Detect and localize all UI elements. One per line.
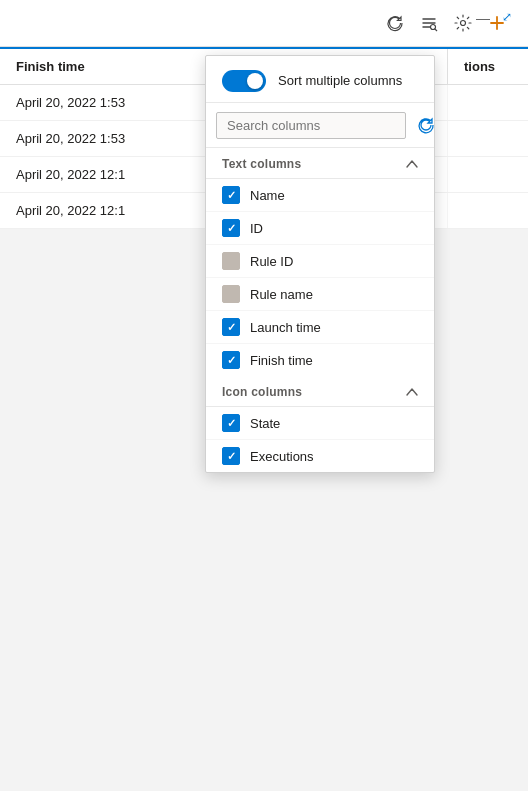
column-item-launch-time[interactable]: ✓ Launch time	[206, 311, 434, 344]
column-item-rule-name[interactable]: Rule name	[206, 278, 434, 311]
svg-line-1	[435, 29, 437, 31]
actions-cell	[448, 193, 528, 228]
search-row	[206, 103, 434, 148]
text-columns-label: Text columns	[222, 157, 301, 171]
actions-header: tions	[448, 49, 528, 84]
column-label-id: ID	[250, 221, 263, 236]
icon-columns-section-header: Icon columns	[206, 376, 434, 407]
column-item-rule-id[interactable]: Rule ID	[206, 245, 434, 278]
toggle-knob	[247, 73, 263, 89]
column-item-finish-time[interactable]: ✓ Finish time	[206, 344, 434, 376]
checkbox-finish-time[interactable]: ✓	[222, 351, 240, 369]
checkbox-executions[interactable]: ✓	[222, 447, 240, 465]
actions-cell	[448, 157, 528, 192]
toolbar	[0, 0, 528, 47]
tools-button[interactable]	[414, 8, 444, 38]
refresh-button[interactable]	[380, 8, 410, 38]
column-label-rule-id: Rule ID	[250, 254, 293, 269]
search-columns-input[interactable]	[216, 112, 406, 139]
window-controls: — ⤢	[472, 8, 516, 28]
text-columns-section-header: Text columns	[206, 148, 434, 179]
column-label-state: State	[250, 416, 280, 431]
text-columns-collapse[interactable]	[404, 156, 420, 172]
sort-multiple-toggle[interactable]	[222, 70, 266, 92]
column-item-name[interactable]: ✓ Name	[206, 179, 434, 212]
column-label-name: Name	[250, 188, 285, 203]
icon-columns-label: Icon columns	[222, 385, 302, 399]
column-label-launch-time: Launch time	[250, 320, 321, 335]
column-item-executions[interactable]: ✓ Executions	[206, 440, 434, 472]
checkbox-state[interactable]: ✓	[222, 414, 240, 432]
column-label-executions: Executions	[250, 449, 314, 464]
icon-columns-list: ✓ State ✓ Executions	[206, 407, 434, 472]
svg-point-2	[461, 21, 466, 26]
checkbox-launch-time[interactable]: ✓	[222, 318, 240, 336]
checkbox-id[interactable]: ✓	[222, 219, 240, 237]
column-label-rule-name: Rule name	[250, 287, 313, 302]
svg-point-0	[431, 25, 436, 30]
checkbox-rule-id[interactable]	[222, 252, 240, 270]
column-item-id[interactable]: ✓ ID	[206, 212, 434, 245]
icon-columns-collapse[interactable]	[404, 384, 420, 400]
checkbox-name[interactable]: ✓	[222, 186, 240, 204]
sort-toggle-row: Sort multiple columns	[206, 56, 434, 103]
restore-button[interactable]: ⤢	[498, 8, 516, 28]
column-label-finish-time: Finish time	[250, 353, 313, 368]
column-picker-dropdown: Sort multiple columns Text columns ✓ Nam…	[205, 55, 435, 473]
actions-cell	[448, 121, 528, 156]
column-item-state[interactable]: ✓ State	[206, 407, 434, 440]
actions-cell	[448, 85, 528, 120]
sort-toggle-label: Sort multiple columns	[278, 73, 402, 90]
minimize-button[interactable]: —	[472, 8, 494, 28]
checkbox-rule-name[interactable]	[222, 285, 240, 303]
text-columns-list: ✓ Name ✓ ID Rule ID Rule name ✓ L	[206, 179, 434, 376]
reset-button[interactable]	[412, 111, 440, 139]
